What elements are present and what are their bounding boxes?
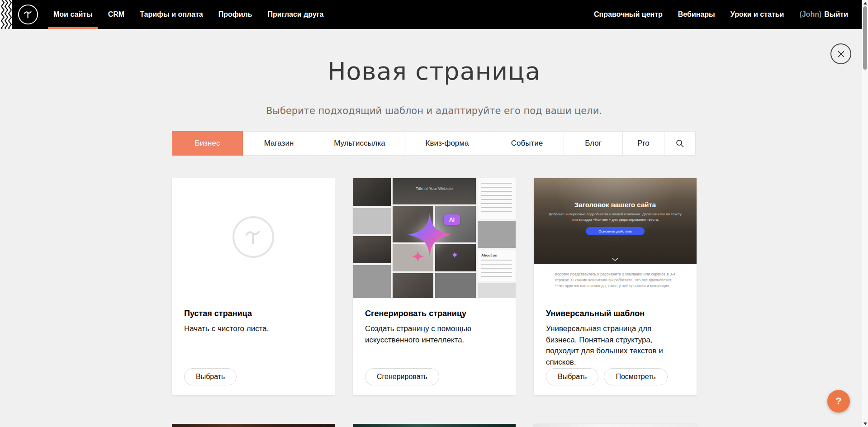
page-title: Новая страница [0, 57, 868, 85]
template-card-partial[interactable] [353, 424, 516, 427]
scrollbar-down-arrow-icon[interactable] [863, 422, 867, 425]
card-title: Пустая страница [184, 309, 252, 318]
nav-item-label: Тарифы и оплата [140, 10, 203, 19]
template-card-partial[interactable] [172, 424, 335, 427]
logout-link[interactable]: Выйти [824, 10, 848, 19]
card-actions: Выбрать [184, 368, 237, 385]
card-actions: Выбрать Посмотреть [546, 368, 668, 385]
blank-page-logo-icon [232, 216, 274, 258]
nav-item-label: CRM [108, 10, 124, 19]
nav-item-my-sites[interactable]: Мои сайты [53, 0, 93, 29]
tab-pro[interactable]: Pro [623, 131, 664, 156]
generate-button[interactable]: Сгенерировать [365, 368, 439, 385]
ai-collage-preview: About us Title of Your Website [353, 178, 516, 298]
universal-template-preview: Заголовок вашего сайта Добавьте интересн… [534, 178, 697, 264]
tab-label: Событие [511, 139, 543, 148]
tilda-logo-icon [23, 9, 33, 20]
nav-item-label: Мои сайты [53, 10, 93, 19]
tab-label: Мультиссылка [334, 139, 385, 148]
collage-block [393, 178, 476, 204]
search-icon [675, 139, 684, 148]
select-button[interactable]: Выбрать [184, 368, 237, 385]
tab-label: Блог [585, 139, 602, 148]
template-category-tabs: Бизнес Магазин Мультиссылка Квиз-форма С… [172, 131, 696, 156]
preview-cta-button: Основное действие [586, 227, 645, 235]
nav-item-lessons[interactable]: Уроки и статьи [730, 0, 784, 29]
template-card-partial[interactable] [534, 424, 697, 427]
template-card-ai-generate[interactable]: About us Title of Your Website [353, 178, 516, 395]
small-sparkle-icon [451, 251, 458, 258]
card-description: Начать с чистого листа. [184, 323, 322, 335]
template-card-blank[interactable]: Пустая страница Начать с чистого листа. … [172, 178, 335, 395]
tab-blog[interactable]: Блог [564, 131, 623, 156]
close-icon [837, 50, 845, 58]
user-name: (John) [799, 10, 821, 19]
close-button[interactable] [830, 43, 851, 64]
tab-label: Бизнес [195, 139, 220, 148]
nav-item-help-center[interactable]: Справочный центр [594, 0, 663, 29]
top-navbar: Мои сайты CRM Тарифы и оплата Профиль Пр… [0, 0, 868, 29]
preview-paragraph: Коротко представьтесь и расскажите о ком… [555, 271, 675, 289]
preview-heading: Заголовок вашего сайта [574, 201, 656, 209]
card-title: Сгенерировать страницу [365, 309, 466, 318]
nav-item-tariffs[interactable]: Тарифы и оплата [140, 0, 203, 29]
scrollbar-up-arrow-icon[interactable] [863, 2, 867, 5]
chevron-down-icon [612, 257, 619, 261]
collage-block [393, 273, 433, 298]
tab-multilink[interactable]: Мультиссылка [315, 131, 404, 156]
card-actions: Сгенерировать [365, 368, 439, 385]
template-card-universal[interactable]: Заголовок вашего сайта Добавьте интересн… [534, 178, 697, 395]
scrollbar[interactable] [862, 0, 868, 427]
tab-label: Магазин [264, 139, 294, 148]
collage-block [353, 178, 391, 206]
navbar-secondary-menu: Справочный центр Вебинары Уроки и статьи… [594, 0, 848, 29]
small-sparkle-icon [412, 251, 424, 262]
nav-item-label: Профиль [218, 10, 252, 19]
collage-about-label: About us [481, 253, 512, 257]
help-button[interactable]: ? [827, 390, 850, 413]
user-logout[interactable]: (John) Выйти [799, 0, 848, 29]
select-button[interactable]: Выбрать [546, 368, 598, 385]
tab-search[interactable] [664, 131, 696, 156]
nav-item-label: Уроки и статьи [730, 10, 784, 19]
card-description: Создать страницу с помощью искусственног… [365, 323, 503, 346]
collage-block [435, 273, 476, 298]
next-row-partial [172, 424, 697, 427]
preview-subtext: Добавьте интересные подробности о вашей … [547, 212, 683, 223]
card-title: Универсальный шаблон [546, 309, 645, 318]
tab-label: Квиз-форма [426, 139, 469, 148]
nav-item-webinars[interactable]: Вебинары [678, 0, 715, 29]
tab-shop[interactable]: Магазин [243, 131, 315, 156]
nav-item-label: Вебинары [678, 10, 715, 19]
tab-label: Pro [637, 139, 649, 148]
collage-block [353, 208, 391, 234]
nav-item-label: Справочный центр [594, 10, 663, 19]
collage-block [478, 178, 516, 219]
tab-business[interactable]: Бизнес [172, 131, 243, 156]
collage-block [478, 283, 516, 298]
scrollbar-thumb[interactable] [863, 6, 867, 70]
nav-item-label: Пригласи друга [268, 10, 324, 19]
page-subtitle: Выберите подходящий шаблон и адаптируйте… [0, 105, 868, 116]
card-description: Универсальная страница для бизнеса. Поня… [546, 323, 684, 368]
collage-block [478, 221, 516, 248]
template-cards-row: Пустая страница Начать с чистого листа. … [172, 178, 697, 395]
zigzag-decoration-icon [0, 0, 12, 29]
nav-item-invite-friend[interactable]: Пригласи друга [268, 0, 324, 29]
nav-item-crm[interactable]: CRM [108, 0, 124, 29]
preview-button[interactable]: Посмотреть [604, 368, 667, 385]
tab-quiz-form[interactable]: Квиз-форма [404, 131, 490, 156]
ai-badge: AI [444, 214, 460, 225]
collage-block [353, 236, 391, 263]
tab-event[interactable]: Событие [490, 131, 564, 156]
collage-site-title: Title of Your Website [393, 186, 476, 191]
tilda-logo[interactable] [18, 5, 38, 24]
navbar-main-menu: Мои сайты CRM Тарифы и оплата Профиль Пр… [53, 0, 323, 29]
nav-item-profile[interactable]: Профиль [218, 0, 252, 29]
collage-block: About us [478, 250, 516, 281]
collage-block [353, 265, 391, 298]
